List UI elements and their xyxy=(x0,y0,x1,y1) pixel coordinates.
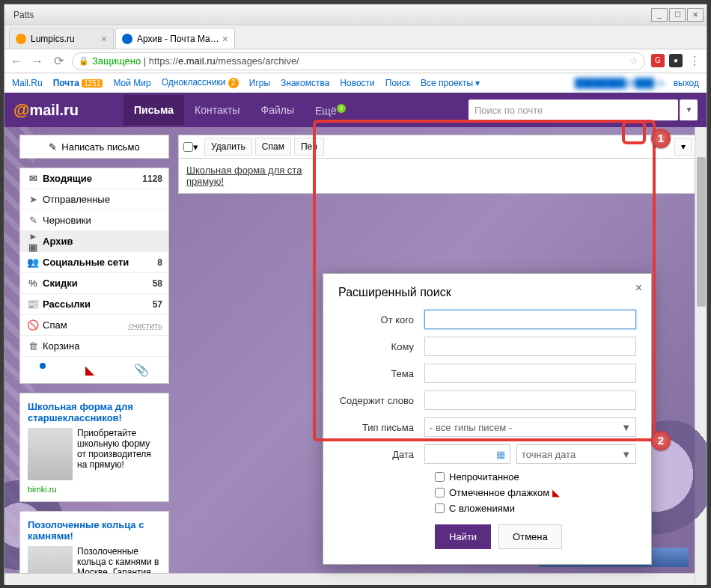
nav-contacts[interactable]: Контакты xyxy=(184,95,250,126)
logo[interactable]: @mail.ru xyxy=(13,100,79,120)
checkbox-attach-row[interactable]: С вложениями xyxy=(435,503,636,514)
checkbox-flagged[interactable] xyxy=(435,488,445,497)
label-from: От кого xyxy=(338,314,424,325)
window-title: Patts xyxy=(7,10,34,20)
nav-more[interactable]: Ещё3 xyxy=(305,95,356,126)
user-email[interactable]: ████████@███.ru xyxy=(575,78,665,88)
delete-button[interactable]: Удалить xyxy=(204,138,252,156)
cancel-button[interactable]: Отмена xyxy=(498,524,562,549)
tab-close-icon[interactable]: × xyxy=(101,33,107,45)
select-all-checkbox[interactable]: ▾ xyxy=(183,141,201,153)
find-button[interactable]: Найти xyxy=(435,524,491,549)
spam-icon: 🚫 xyxy=(26,319,40,331)
ad-source: bimki.ru xyxy=(28,485,161,494)
select-date-mode[interactable]: точная дата ▼ xyxy=(516,444,636,464)
tab-mailru[interactable]: Архив - Почта Mail.Ru × xyxy=(115,28,235,49)
logout-link[interactable]: выход xyxy=(674,78,699,88)
folder-archive[interactable]: ▸ ▣ Архив xyxy=(20,231,168,252)
chevron-down-icon: ▼ xyxy=(621,422,631,433)
folder-newsletters[interactable]: 📰 Рассылки 57 xyxy=(20,294,168,315)
dialog-title: Расширенный поиск xyxy=(338,286,636,299)
checkbox-flagged-row[interactable]: Отмеченное флажком ◣ xyxy=(435,487,636,498)
folder-spam[interactable]: 🚫 Спам очистить xyxy=(20,315,168,336)
folder-social[interactable]: 👥 Социальные сети 8 xyxy=(20,252,168,273)
archive-icon: ▸ ▣ xyxy=(26,230,40,253)
drafts-icon: ✎ xyxy=(26,215,40,226)
newsletters-icon: 📰 xyxy=(26,298,40,310)
nav-mailru[interactable]: Mail.Ru xyxy=(12,78,43,88)
nav-znak[interactable]: Знакомства xyxy=(281,78,329,88)
favicon-icon xyxy=(122,34,132,44)
ad-body: Приобретайте школьную форму от производи… xyxy=(77,428,161,480)
nav-novosti[interactable]: Новости xyxy=(340,78,374,88)
nav-files[interactable]: Файлы xyxy=(251,95,305,126)
nav-ok[interactable]: Одноклассники 2 xyxy=(162,77,239,88)
flagged-filter-icon[interactable]: ◣ xyxy=(85,363,94,377)
tab-close-icon[interactable]: × xyxy=(222,33,228,45)
label-type: Тип письма xyxy=(338,422,424,433)
input-subject[interactable] xyxy=(424,364,636,383)
checkbox-unread-row[interactable]: Непрочитанное xyxy=(435,471,636,483)
inbox-icon: ✉ xyxy=(26,173,40,184)
message-subject: Школьная форма для ста xyxy=(186,165,302,176)
folder-sent[interactable]: ➤ Отправленные xyxy=(20,189,168,210)
clear-spam-link[interactable]: очистить xyxy=(129,321,162,330)
label-subject: Тема xyxy=(338,368,424,379)
select-type[interactable]: - все типы писем - ▼ xyxy=(424,417,636,437)
minimize-button[interactable]: _ xyxy=(651,8,668,22)
input-contains[interactable] xyxy=(424,391,636,410)
ext-icon-2[interactable]: ● xyxy=(669,54,683,67)
nav-pochta[interactable]: Почта 1251 xyxy=(53,78,103,88)
reload-button[interactable]: ⟳ xyxy=(51,54,66,69)
forward-button[interactable]: → xyxy=(30,54,45,69)
nav-letters[interactable]: Письма xyxy=(123,95,184,126)
compose-label: Написать письмо xyxy=(61,141,139,153)
folder-drafts[interactable]: ✎ Черновики xyxy=(20,210,168,231)
scroll-thumb[interactable] xyxy=(697,157,706,307)
ok-badge: 2 xyxy=(228,78,239,88)
folder-discounts[interactable]: % Скидки 58 xyxy=(20,273,168,294)
horizontal-scrollbar[interactable] xyxy=(4,573,695,585)
attach-filter-icon[interactable]: 📎 xyxy=(134,363,149,377)
folder-trash[interactable]: 🗑 Корзина xyxy=(20,336,168,357)
dialog-close-button[interactable]: × xyxy=(635,281,642,295)
unread-filter-icon[interactable] xyxy=(40,363,46,369)
maximize-button[interactable]: ☐ xyxy=(669,8,686,22)
sent-icon: ➤ xyxy=(26,194,40,205)
toolbar-more-button[interactable]: ▾ xyxy=(674,138,692,156)
url-field[interactable]: 🔒 Защищено | https://e.mail.ru/messages/… xyxy=(72,52,645,70)
input-from[interactable] xyxy=(424,310,636,329)
menu-button[interactable]: ⋮ xyxy=(687,54,702,69)
flag-icon: ◣ xyxy=(552,487,560,498)
nav-moimir[interactable]: Мой Мир xyxy=(113,78,150,88)
browser-tabs: Lumpics.ru × Архив - Почта Mail.Ru × xyxy=(4,25,707,49)
checkbox-attach[interactable] xyxy=(435,503,445,513)
search-dropdown-button[interactable]: ▼ xyxy=(680,99,698,120)
ext-icon-1[interactable]: G xyxy=(651,54,665,67)
search-input[interactable]: Поиск по почте xyxy=(469,99,678,120)
star-icon[interactable]: ☆ xyxy=(629,55,638,67)
advanced-search-dialog: × Расширенный поиск От кого Кому Тема Со… xyxy=(323,273,652,565)
chevron-down-icon: ▼ xyxy=(621,449,631,460)
close-button[interactable]: ✕ xyxy=(687,8,704,22)
nav-poisk[interactable]: Поиск xyxy=(385,78,410,88)
message-row[interactable]: Школьная форма для ста прямую! xyxy=(178,159,698,194)
nav-igry[interactable]: Игры xyxy=(249,78,270,88)
nav-all[interactable]: Все проекты ▾ xyxy=(421,78,480,88)
calendar-icon: ▦ xyxy=(496,449,505,460)
ad-block-1[interactable]: Школьная форма для старшеклассников! При… xyxy=(19,393,169,502)
input-to[interactable] xyxy=(424,337,636,356)
lock-icon: 🔒 xyxy=(79,56,89,66)
trash-icon: 🗑 xyxy=(26,340,40,352)
back-button[interactable]: ← xyxy=(9,54,24,69)
mail-toolbar: ▾ Удалить Спам Пер ▾ xyxy=(178,135,698,159)
extensions: G ● ⋮ xyxy=(651,54,702,69)
compose-button[interactable]: ✎ Написать письмо xyxy=(19,135,169,159)
spam-button[interactable]: Спам xyxy=(255,138,291,156)
move-button[interactable]: Пер xyxy=(294,138,324,156)
checkbox-unread[interactable] xyxy=(435,472,445,482)
folder-inbox[interactable]: ✉ Входящие 1128 xyxy=(20,168,168,189)
url-text: | https://e.mail.ru/messages/archive/ xyxy=(141,55,299,67)
input-date[interactable]: ▦ xyxy=(424,444,510,464)
tab-lumpics[interactable]: Lumpics.ru × xyxy=(9,28,114,49)
